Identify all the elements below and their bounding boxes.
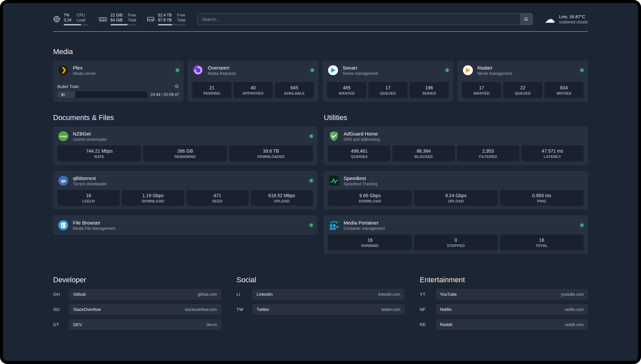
radarr-icon [462, 64, 474, 76]
bookmark-abbr: YT [420, 292, 436, 297]
bookmark-group-entertainment: Entertainment YT YouTube youtube.com NF … [420, 276, 588, 334]
stat-download: 1.19 Gbps DOWNLOAD [122, 190, 184, 206]
weather-condition: scattered clouds [559, 20, 588, 24]
playback-time: 24:44 / 02:06:47 [150, 92, 179, 97]
memory-widget: 22 GiB64 GiB FreeTotal [99, 13, 136, 25]
memory-labels: FreeTotal [128, 13, 136, 23]
gear-icon[interactable]: ⚙ [175, 83, 179, 89]
service-name: Speedtest [344, 175, 378, 181]
bookmark-netflix[interactable]: Netflix netflix.com [436, 304, 588, 315]
stat-wanted: 17 WANTED [462, 82, 501, 98]
bookmark-abbr: TW [236, 307, 252, 312]
service-name: Radarr [477, 65, 512, 71]
service-card-qbittorrent[interactable]: qb qBittorrent Torrent downloader 16 LEE… [53, 171, 317, 209]
documents-section-title: Documents & Files [53, 113, 317, 122]
section-media: Media Plex Media server B [53, 47, 588, 102]
service-name: Media Portainer [344, 220, 385, 226]
disk-labels: FreeTotal [177, 13, 185, 23]
topbar: 7%3.24 CPULoad [53, 13, 588, 25]
plex-icon [57, 64, 69, 76]
cpu-values: 7%3.24 [64, 13, 71, 23]
service-name: Overseerr [208, 65, 236, 71]
stat-queries: 498,461 QUERIES [328, 145, 390, 161]
stat-total: 16 TOTAL [500, 234, 584, 250]
search-provider-button[interactable]: G [520, 14, 533, 25]
bookmark-github[interactable]: Github github.com [69, 289, 221, 300]
bookmark-group-developer: Developer GH Github github.com SO StackO… [53, 276, 221, 334]
stat-blocked: 86,384 BLOCKED [392, 145, 455, 161]
status-dot [445, 69, 449, 72]
speedtest-icon [328, 175, 340, 187]
service-card-plex[interactable]: Plex Media server Bullet Train ⚙ [53, 61, 183, 102]
cpu-labels: CPULoad [76, 13, 85, 23]
status-dot [310, 224, 313, 227]
stat-leech: 16 LEECH [57, 190, 120, 206]
bookmark-stackoverflow[interactable]: StackOverflow stackoverflow.com [69, 304, 221, 315]
status-dot [310, 135, 313, 138]
portainer-icon [328, 219, 340, 231]
bookmark-twitter[interactable]: Twitter twitter.com [252, 304, 405, 315]
service-card-nzbget[interactable]: nzbget NZBGet Usenet downloader 744.21 M… [53, 127, 317, 165]
resource-widgets: 7%3.24 CPULoad [53, 13, 185, 25]
section-utilities: Utilities AdGuard Home [324, 113, 588, 254]
bookmark-abbr: LI [236, 292, 252, 297]
stat-queued: 17 QUEUED [368, 82, 408, 98]
service-subtitle: DNS and adblocking [344, 137, 380, 142]
stat-rate: 744.21 Mbps RATE [57, 145, 141, 161]
disk-icon [147, 15, 155, 23]
overseerr-icon [192, 64, 204, 76]
service-subtitle: Movie management [477, 71, 512, 76]
stat-downloaded: 39.6 TB DOWNLOADED [229, 145, 313, 161]
service-subtitle: Usenet downloader [73, 137, 107, 142]
status-dot [176, 69, 179, 72]
qbittorrent-icon: qb [57, 175, 69, 187]
bookmark-youtube[interactable]: YouTube youtube.com [436, 289, 588, 300]
service-subtitle: Series management [343, 71, 378, 76]
status-dot [580, 224, 584, 227]
service-card-radarr[interactable]: Radarr Movie management 17 WANTED 22 QUE… [458, 61, 588, 102]
search-input[interactable] [197, 13, 533, 25]
stat-pending: 21 PENDING [192, 82, 231, 98]
service-card-speedtest[interactable]: Speedtest Speedtest Tracking 9.65 Gbps D… [324, 171, 588, 209]
bookmark-abbr: RE [420, 322, 436, 327]
bookmark-dev[interactable]: DEV dev.to [69, 319, 221, 330]
service-subtitle: Media server [73, 71, 96, 76]
topbar-divider [53, 31, 588, 32]
memory-icon [99, 15, 107, 23]
stat-remaining: 266 GB REMAINING [143, 145, 227, 161]
stat-wanted: 485 WANTED [327, 82, 366, 98]
nzbget-icon: nzbget [57, 130, 69, 142]
bookmark-linkedin[interactable]: LinkedIn linkedin.com [252, 289, 405, 300]
bookmark-row: DT DEV dev.to [53, 319, 221, 330]
status-dot [311, 69, 314, 72]
bookmark-reddit[interactable]: Reddit reddit.com [436, 319, 588, 330]
service-name: Plex [73, 65, 96, 71]
pause-button[interactable] [59, 92, 67, 97]
service-card-sonarr[interactable]: Sonarr Series management 485 WANTED 17 Q… [323, 61, 453, 102]
stat-movies: 834 MOVIES [544, 82, 584, 98]
media-section-title: Media [53, 47, 588, 56]
search-bar: G [197, 13, 533, 25]
service-card-filebrowser[interactable]: File Browser Media File Management [53, 216, 317, 235]
service-subtitle: Media Requests [208, 71, 236, 76]
playback-progress-bar [57, 91, 147, 98]
bookmark-abbr: NF [420, 307, 436, 312]
cloud-icon: ☁ [545, 14, 555, 24]
status-dot [580, 69, 584, 72]
bookmarks: Developer GH Github github.com SO StackO… [53, 276, 588, 334]
service-card-adguard[interactable]: AdGuard Home DNS and adblocking 498,461 … [324, 127, 588, 165]
service-card-portainer[interactable]: Media Portainer Container management 16 … [324, 216, 588, 254]
developer-group-title: Developer [53, 276, 221, 284]
service-subtitle: Media File Management [73, 226, 115, 231]
status-dot [310, 179, 313, 182]
entertainment-group-title: Entertainment [420, 276, 588, 284]
stat-upload: 9.24 Gbps UPLOAD [414, 190, 498, 206]
disk-widget: 52.4 TB97.9 TB FreeTotal [147, 13, 185, 25]
service-card-overseerr[interactable]: Overseerr Media Requests 21 PENDING 40 A… [188, 61, 318, 102]
service-name: qBittorrent [73, 175, 107, 181]
stat-stopped: 0 STOPPED [414, 234, 498, 250]
bookmark-row: TW Twitter twitter.com [236, 304, 405, 315]
bookmark-abbr: GH [53, 292, 69, 297]
bookmark-row: GH Github github.com [53, 289, 221, 300]
bookmark-row: SO StackOverflow stackoverflow.com [53, 304, 221, 315]
